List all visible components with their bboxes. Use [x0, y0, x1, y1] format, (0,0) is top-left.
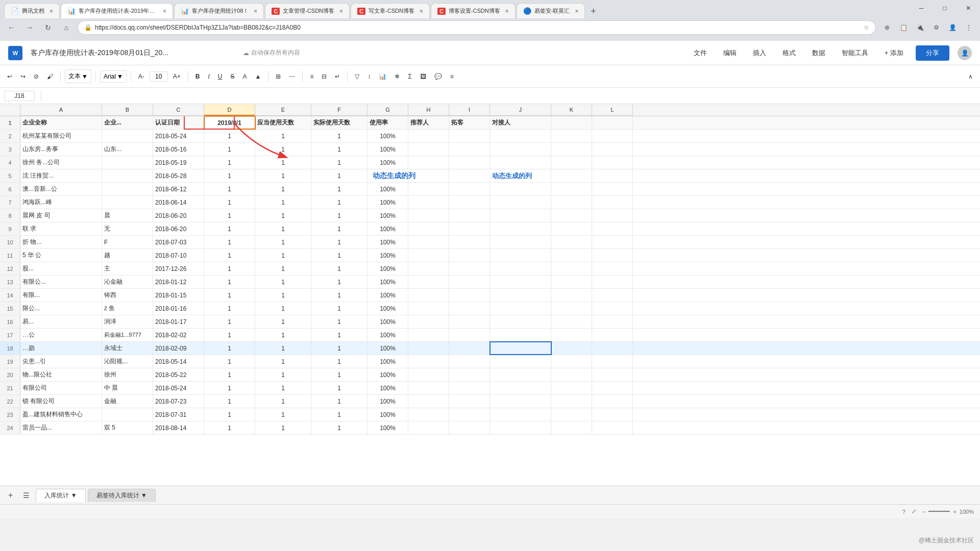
menu-data[interactable]: 数据 — [808, 46, 829, 60]
refresh-button[interactable]: ↻ — [41, 20, 55, 35]
row-num-19[interactable]: 19 — [0, 355, 20, 368]
formula-input[interactable] — [47, 92, 976, 99]
format-clear-button[interactable]: ⊘ — [31, 71, 42, 82]
cell-a13[interactable]: 有限公... — [20, 276, 102, 288]
cell-c11[interactable]: 2018-07-10 — [153, 249, 204, 262]
row-num-6[interactable]: 6 — [0, 183, 20, 195]
col-header-f[interactable]: F — [311, 104, 368, 116]
cell-f12[interactable]: 1 — [311, 262, 368, 275]
cell-f23[interactable]: 1 — [311, 408, 368, 421]
cell-h10[interactable] — [408, 236, 449, 248]
fill-color-button[interactable]: ▲ — [252, 71, 264, 82]
cell-i4[interactable] — [449, 156, 490, 169]
cell-c16[interactable]: 2018-01-17 — [153, 315, 204, 328]
cell-c7[interactable]: 2018-06-14 — [153, 196, 204, 209]
cell-g15[interactable]: 100% — [368, 302, 408, 315]
cell-h8[interactable] — [408, 209, 449, 222]
cell-c13[interactable]: 2018-01-12 — [153, 276, 204, 288]
address-bar[interactable]: 🔒 https://docs.qq.com/sheet/DSERDbIJaTHp… — [78, 20, 876, 35]
cell-f10[interactable]: 1 — [311, 236, 368, 248]
cell-b11[interactable]: 越 — [102, 249, 153, 262]
comment-button[interactable]: 💬 — [431, 71, 445, 82]
browser-tab-5[interactable]: C 写文章-CSDN博客 × — [351, 3, 430, 18]
cell-b21[interactable]: 中 晨 — [102, 382, 153, 394]
col-header-g[interactable]: G — [368, 104, 408, 116]
cell-k24[interactable] — [551, 421, 592, 434]
cell-i5[interactable] — [449, 169, 490, 182]
paint-format-button[interactable]: 🖌 — [44, 71, 56, 82]
user-avatar[interactable]: 👤 — [958, 46, 972, 60]
cell-g1[interactable]: 使用率 — [368, 116, 408, 129]
cell-a21[interactable]: 有限公司 — [20, 382, 102, 394]
cell-c2[interactable]: 2018-05-24 — [153, 130, 204, 142]
cell-e22[interactable]: 1 — [255, 395, 311, 408]
cell-i11[interactable] — [449, 249, 490, 262]
cell-a6[interactable]: 澳...音新...公 — [20, 183, 102, 195]
cell-e21[interactable]: 1 — [255, 382, 311, 394]
cell-l23[interactable] — [592, 408, 633, 421]
cell-b4[interactable] — [102, 156, 153, 169]
cell-e10[interactable]: 1 — [255, 236, 311, 248]
cell-d20[interactable]: 1 — [204, 368, 255, 381]
row-num-13[interactable]: 13 — [0, 276, 20, 288]
col-header-h[interactable]: H — [408, 104, 449, 116]
cell-i19[interactable] — [449, 355, 490, 368]
cell-j15[interactable] — [490, 302, 551, 315]
cell-c5[interactable]: 2018-05-28 — [153, 169, 204, 182]
cell-j12[interactable] — [490, 262, 551, 275]
font-name-dropdown[interactable]: Arial ▼ — [100, 70, 127, 83]
cell-g24[interactable]: 100% — [368, 421, 408, 434]
cell-k4[interactable] — [551, 156, 592, 169]
cell-g9[interactable]: 100% — [368, 222, 408, 235]
zoom-slider[interactable]: ━━━━━━ — [928, 508, 950, 515]
image-button[interactable]: 🖼 — [417, 71, 429, 82]
cell-l7[interactable] — [592, 196, 633, 209]
cell-c24[interactable]: 2018-08-14 — [153, 421, 204, 434]
cell-d1[interactable]: 2019/8/1 — [204, 116, 255, 129]
cell-e16[interactable]: 1 — [255, 315, 311, 328]
cell-l6[interactable] — [592, 183, 633, 195]
borders-button[interactable]: ⊞ — [273, 71, 284, 82]
extension-2[interactable]: ⚙ — [929, 20, 943, 35]
cell-c18[interactable]: 2018-02-09 — [153, 342, 204, 355]
cell-j4[interactable] — [490, 156, 551, 169]
cell-h21[interactable] — [408, 382, 449, 394]
cell-e18[interactable]: 1 — [255, 342, 311, 355]
sheet-tab-1[interactable]: 入库统计 ▼ — [36, 489, 85, 502]
sheet-tab-2[interactable]: 易签待入库统计 ▼ — [88, 489, 156, 502]
cell-f4[interactable]: 1 — [311, 156, 368, 169]
cell-b2[interactable] — [102, 130, 153, 142]
row-num-9[interactable]: 9 — [0, 222, 20, 235]
cell-k13[interactable] — [551, 276, 592, 288]
cell-j19[interactable] — [490, 355, 551, 368]
cell-b1[interactable]: 企业... — [102, 116, 153, 129]
cell-f19[interactable]: 1 — [311, 355, 368, 368]
cell-f2[interactable]: 1 — [311, 130, 368, 142]
cell-d12[interactable]: 1 — [204, 262, 255, 275]
translate-button[interactable]: ⊕ — [880, 20, 894, 35]
cell-k22[interactable] — [551, 395, 592, 408]
cell-l2[interactable] — [592, 130, 633, 142]
col-header-j[interactable]: J — [490, 104, 551, 116]
cell-b20[interactable]: 徐州 — [102, 368, 153, 381]
cell-h5[interactable] — [408, 169, 449, 182]
cell-i8[interactable] — [449, 209, 490, 222]
cell-d19[interactable]: 1 — [204, 355, 255, 368]
cell-h15[interactable] — [408, 302, 449, 315]
cell-k16[interactable] — [551, 315, 592, 328]
cell-e1[interactable]: 应当使用天数 — [255, 116, 311, 129]
cell-e11[interactable]: 1 — [255, 249, 311, 262]
menu-edit[interactable]: 编辑 — [719, 46, 741, 60]
cell-c19[interactable]: 2018-05-14 — [153, 355, 204, 368]
cell-f9[interactable]: 1 — [311, 222, 368, 235]
cell-i20[interactable] — [449, 368, 490, 381]
cell-l1[interactable] — [592, 116, 633, 129]
cell-k11[interactable] — [551, 249, 592, 262]
cell-h7[interactable] — [408, 196, 449, 209]
cell-i17[interactable] — [449, 329, 490, 341]
cell-h3[interactable] — [408, 143, 449, 156]
cell-c12[interactable]: 2017-12-26 — [153, 262, 204, 275]
tab2-close[interactable]: × — [163, 8, 166, 15]
cell-i15[interactable] — [449, 302, 490, 315]
cell-f6[interactable]: 1 — [311, 183, 368, 195]
